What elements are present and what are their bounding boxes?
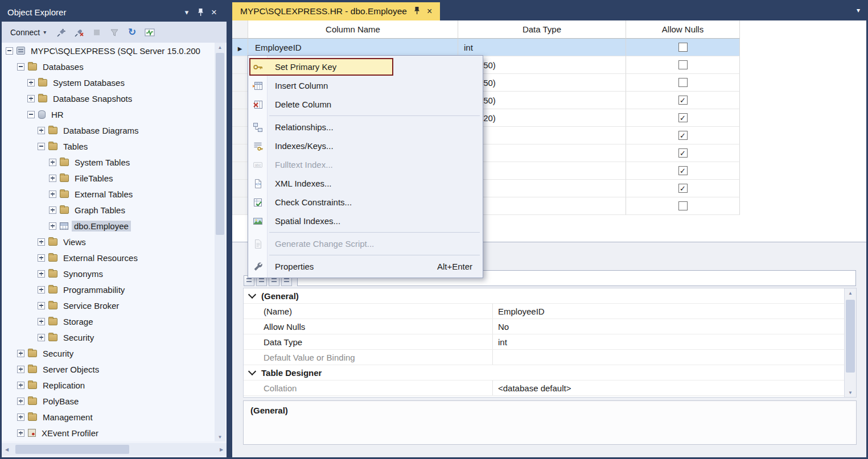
allow-nulls-checkbox[interactable] [678, 96, 688, 105]
menu-item-delete-column[interactable]: Delete Column [248, 95, 483, 114]
row-selector[interactable] [232, 127, 248, 144]
scroll-up-icon[interactable] [215, 43, 225, 52]
data-type-cell[interactable]: char(50) [458, 56, 626, 74]
expander-plus-icon[interactable] [38, 127, 45, 134]
chevron-down-icon[interactable] [248, 291, 256, 299]
row-selector[interactable] [232, 92, 248, 109]
close-icon[interactable] [427, 6, 432, 16]
allow-nulls-checkbox[interactable] [678, 166, 688, 175]
sidebar-item-external-tables[interactable]: External Tables [2, 186, 227, 202]
scrollbar-thumb[interactable] [216, 53, 224, 235]
expander-minus-icon[interactable] [17, 63, 24, 71]
data-type-cell[interactable] [458, 162, 626, 180]
expander-minus-icon[interactable] [38, 143, 45, 150]
tab-dbo-employee[interactable]: MYPC\SQLEXPRESS.HR - dbo.Employee [232, 2, 440, 20]
sidebar-item-management[interactable]: Management [2, 409, 227, 425]
scrollbar-thumb[interactable] [846, 300, 855, 373]
sidebar-item-service-broker[interactable]: Service Broker [2, 297, 227, 313]
data-type-cell[interactable] [458, 197, 626, 215]
allow-nulls-checkbox[interactable] [678, 43, 688, 52]
expander-plus-icon[interactable] [17, 382, 24, 389]
allow-nulls-checkbox[interactable] [678, 148, 688, 158]
expander-plus-icon[interactable] [17, 350, 24, 357]
sidebar-item-polybase[interactable]: PolyBase [2, 393, 227, 409]
column-name-cell[interactable]: EmployeeID [248, 39, 458, 56]
allow-nulls-checkbox[interactable] [678, 184, 688, 193]
property-value[interactable]: No [493, 322, 845, 332]
expander-minus-icon[interactable] [6, 47, 13, 55]
property-category-row[interactable]: (General) [244, 288, 845, 304]
expander-plus-icon[interactable] [17, 413, 24, 421]
row-selector[interactable] [232, 162, 248, 180]
data-type-cell[interactable]: llint [458, 180, 626, 197]
row-selector[interactable] [232, 39, 248, 56]
scroll-right-icon[interactable] [216, 443, 227, 456]
close-icon[interactable]: × [207, 6, 221, 19]
menu-item-spatial-indexes[interactable]: Spatial Indexes... [248, 212, 483, 230]
property-category-row[interactable]: Table Designer [244, 365, 845, 381]
expander-plus-icon[interactable] [38, 238, 45, 246]
menu-item-set-primary-key[interactable]: Set Primary Key [248, 57, 483, 76]
scroll-up-icon[interactable] [845, 288, 856, 297]
sidebar-item-dbo-employee[interactable]: dbo.Employee [2, 218, 227, 234]
sidebar-item-storage[interactable]: Storage [2, 313, 227, 329]
sidebar-item-server-objects[interactable]: Server Objects [2, 361, 227, 377]
row-selector[interactable] [232, 109, 248, 127]
row-selector[interactable] [232, 197, 248, 215]
data-type-cell[interactable]: int [458, 39, 626, 56]
allow-nulls-checkbox[interactable] [678, 78, 688, 87]
connect-server-icon[interactable] [55, 26, 68, 39]
expander-plus-icon[interactable] [17, 398, 24, 405]
sidebar-item-system-databases[interactable]: System Databases [2, 75, 227, 90]
expander-plus-icon[interactable] [27, 95, 35, 102]
expander-plus-icon[interactable] [38, 334, 45, 341]
scrollbar-thumb[interactable] [15, 445, 129, 454]
expander-plus-icon[interactable] [49, 175, 56, 182]
menu-item-xml-indexes[interactable]: </> XML Indexes... [248, 174, 483, 193]
data-type-cell[interactable]: char(50) [458, 74, 626, 92]
pin-icon[interactable] [194, 6, 207, 19]
sidebar-item-graph-tables[interactable]: Graph Tables [2, 202, 227, 218]
row-selector[interactable] [232, 180, 248, 197]
menu-item-check-constraints[interactable]: Check Constraints... [248, 193, 483, 212]
row-selector[interactable] [232, 56, 248, 74]
menu-item-insert-column[interactable]: Insert Column [248, 76, 483, 95]
sidebar-item-views[interactable]: Views [2, 234, 227, 250]
chevron-down-icon[interactable] [248, 367, 256, 375]
property-value[interactable]: int [493, 337, 845, 347]
sidebar-item-database-diagrams[interactable]: Database Diagrams [2, 122, 227, 138]
data-type-cell[interactable] [458, 127, 626, 144]
row-selector[interactable] [232, 74, 248, 92]
expander-plus-icon[interactable] [49, 206, 56, 214]
expander-plus-icon[interactable] [38, 270, 45, 278]
menu-item-indexes-keys[interactable]: Indexes/Keys... [248, 137, 483, 155]
allow-nulls-checkbox[interactable] [678, 60, 688, 69]
sidebar-item-programmability[interactable]: Programmability [2, 282, 227, 297]
window-position-icon[interactable] [180, 6, 194, 19]
menu-item-properties[interactable]: Properties Alt+Enter [248, 257, 483, 276]
data-type-cell[interactable]: char(50) [458, 92, 626, 109]
allow-nulls-checkbox[interactable] [678, 131, 688, 140]
sidebar-item-tables[interactable]: Tables [2, 138, 227, 154]
menu-item-relationships[interactable]: Relationships... [248, 118, 483, 137]
expander-plus-icon[interactable] [38, 254, 45, 262]
expander-plus-icon[interactable] [27, 79, 35, 86]
row-selector[interactable] [232, 144, 248, 162]
sidebar-item-database-snapshots[interactable]: Database Snapshots [2, 90, 227, 106]
expander-plus-icon[interactable] [49, 159, 56, 166]
expander-plus-icon[interactable] [38, 302, 45, 309]
data-type-cell[interactable]: char(20) [458, 109, 626, 127]
expander-plus-icon[interactable] [17, 429, 24, 437]
refresh-icon[interactable] [126, 26, 138, 39]
sidebar-item-databases[interactable]: Databases [2, 59, 227, 75]
disconnect-server-icon[interactable] [73, 26, 85, 39]
activity-monitor-icon[interactable] [143, 26, 156, 39]
pin-icon[interactable] [414, 6, 420, 17]
scroll-down-icon[interactable] [845, 388, 856, 397]
sidebar-item-replication[interactable]: Replication [2, 377, 227, 393]
tab-list-caret-icon[interactable] [857, 6, 860, 14]
property-value[interactable]: EmployeeID [493, 307, 845, 316]
sidebar-item-server[interactable]: MYPC\SQLEXPRESS (SQL Server 15.0.200 [2, 43, 227, 59]
sidebar-item-security[interactable]: Security [2, 345, 227, 361]
expander-plus-icon[interactable] [17, 366, 24, 373]
